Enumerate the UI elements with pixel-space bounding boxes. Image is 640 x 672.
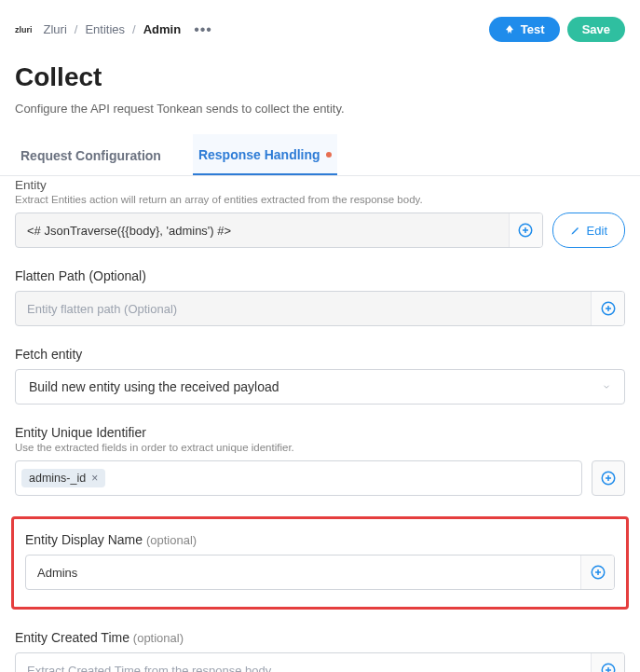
entity-label: Entity bbox=[15, 178, 625, 192]
entity-help: Extract Entities action will return an a… bbox=[15, 194, 625, 205]
page-title: Collect bbox=[15, 62, 625, 92]
flatten-path-label: Flatten Path (Optional) bbox=[15, 268, 625, 283]
insert-field-button[interactable] bbox=[592, 460, 625, 496]
uid-help: Use the extracted fields in order to ext… bbox=[15, 442, 625, 453]
breadcrumb-item[interactable]: Zluri bbox=[44, 22, 67, 36]
tag-text: admins-_id bbox=[29, 472, 86, 485]
dot-indicator-icon bbox=[326, 152, 332, 158]
display-name-input[interactable] bbox=[26, 555, 580, 589]
insert-field-button[interactable] bbox=[591, 292, 624, 325]
tab-response-handling[interactable]: Response Handling bbox=[193, 134, 337, 175]
insert-field-button[interactable] bbox=[509, 213, 542, 247]
plus-circle-icon bbox=[600, 470, 617, 487]
rocket-icon bbox=[504, 24, 515, 35]
highlight-region: Entity Display Name (optional) bbox=[11, 516, 629, 610]
plus-circle-icon bbox=[600, 300, 617, 317]
edit-button[interactable]: Edit bbox=[552, 213, 625, 248]
ellipsis-icon[interactable]: ••• bbox=[194, 22, 212, 37]
tab-request-configuration[interactable]: Request Configuration bbox=[15, 134, 167, 175]
chevron-down-icon bbox=[602, 382, 611, 391]
created-time-label: Entity Created Time (optional) bbox=[15, 630, 625, 645]
breadcrumb-current: Admin bbox=[143, 22, 181, 36]
save-label: Save bbox=[582, 22, 610, 36]
plus-circle-icon bbox=[590, 564, 606, 581]
pencil-icon bbox=[570, 225, 581, 236]
fetch-entity-label: Fetch entity bbox=[15, 347, 625, 362]
breadcrumb: zluri Zluri / Entities / Admin ••• bbox=[15, 22, 212, 37]
breadcrumb-separator: / bbox=[75, 22, 78, 36]
breadcrumb-separator: / bbox=[132, 22, 136, 36]
fetch-entity-select[interactable]: Build new entity using the received payl… bbox=[15, 369, 625, 405]
created-time-input[interactable] bbox=[16, 653, 591, 672]
insert-field-button[interactable] bbox=[580, 555, 614, 589]
plus-circle-icon bbox=[517, 222, 534, 239]
logo: zluri bbox=[15, 25, 33, 34]
remove-tag-icon[interactable]: × bbox=[91, 472, 98, 485]
breadcrumb-item[interactable]: Entities bbox=[85, 22, 125, 36]
save-button[interactable]: Save bbox=[567, 17, 625, 42]
select-value: Build new entity using the received payl… bbox=[29, 379, 279, 394]
insert-field-button[interactable] bbox=[591, 653, 624, 672]
uid-tag-input[interactable]: admins-_id × bbox=[15, 460, 582, 496]
tab-label: Response Handling bbox=[198, 147, 320, 162]
display-name-label: Entity Display Name (optional) bbox=[25, 532, 615, 547]
uid-label: Entity Unique Identifier bbox=[15, 425, 625, 440]
test-button[interactable]: Test bbox=[489, 17, 560, 42]
edit-label: Edit bbox=[587, 224, 607, 238]
test-label: Test bbox=[521, 22, 545, 36]
page-subtitle: Configure the API request Tonkean sends … bbox=[15, 102, 625, 116]
tag-chip: admins-_id × bbox=[21, 469, 105, 487]
plus-circle-icon bbox=[600, 662, 617, 672]
entity-expression-input[interactable] bbox=[16, 213, 509, 247]
flatten-path-input[interactable] bbox=[16, 292, 591, 325]
